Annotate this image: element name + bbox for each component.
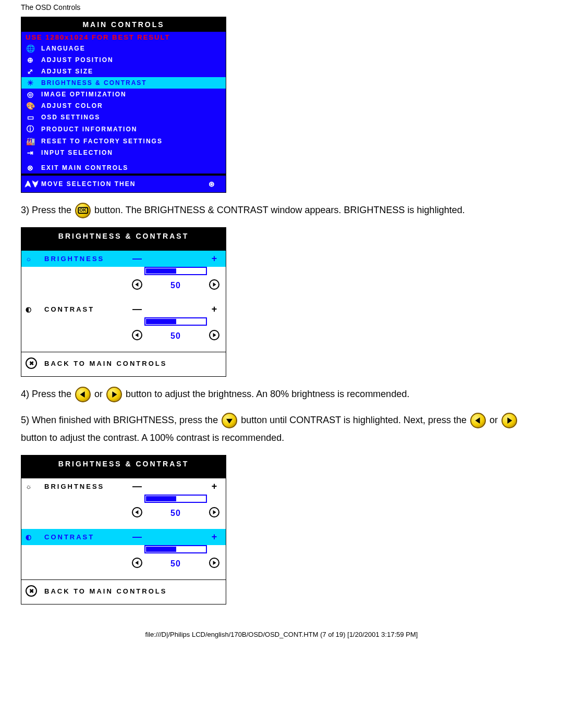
osd-item-adjust-position[interactable]: ⊕ADJUST POSITION: [21, 54, 226, 66]
contrast-icon: ◐: [26, 305, 44, 313]
right-arrow-icon: [209, 330, 219, 340]
left-arrow-icon: [132, 558, 142, 568]
contrast-icon: ◐: [26, 533, 44, 541]
osd-item-language[interactable]: 🌐LANGUAGE: [21, 43, 226, 54]
osd-item-adjust-size[interactable]: ⤢ADJUST SIZE: [21, 66, 226, 77]
plus-icon: +: [207, 532, 222, 542]
globe-icon: 🌐: [25, 44, 36, 53]
osd-item-factory-reset[interactable]: 🏭RESET TO FACTORY SETTINGS: [21, 135, 226, 147]
exit-icon: ⊗: [25, 164, 36, 172]
minus-icon: —: [130, 304, 144, 315]
bc-brightness-row[interactable]: ☼ BRIGHTNESS — +: [21, 478, 226, 495]
contrast-value: 50: [144, 559, 207, 569]
contrast-bar: [144, 545, 207, 553]
step-5: 5) When finished with BRIGHTNESS, press …: [21, 411, 542, 447]
ok-button-icon: [75, 203, 91, 218]
osd-item-adjust-color[interactable]: 🎨ADJUST COLOR: [21, 100, 226, 112]
osd-item-label: RESET TO FACTORY SETTINGS: [41, 138, 163, 145]
brightness-label: BRIGHTNESS: [44, 483, 130, 490]
osd-item-label: BRIGHTNESS & CONTRAST: [41, 79, 147, 87]
plus-icon: +: [207, 481, 222, 492]
brightness-value: 50: [144, 281, 207, 290]
contrast-label: CONTRAST: [44, 305, 130, 313]
updown-icon: ⮝⮟: [25, 180, 36, 188]
position-icon: ⊕: [25, 56, 36, 64]
osd-item-label: OSD SETTINGS: [41, 114, 100, 121]
sun-icon: ☼: [26, 483, 44, 490]
osd-item-label: ADJUST COLOR: [41, 102, 103, 109]
right-button-icon: [501, 413, 517, 428]
bc-back-row[interactable]: ✖ BACK TO MAIN CONTROLS: [21, 352, 226, 376]
down-button-icon: [222, 413, 237, 428]
back-icon: ✖: [26, 357, 37, 369]
contrast-value: 50: [144, 331, 207, 341]
osd-title: MAIN CONTROLS: [21, 17, 226, 32]
back-label: BACK TO MAIN CONTROLS: [44, 587, 167, 595]
back-icon: ✖: [26, 585, 37, 597]
osd-item-label: PRODUCT INFORMATION: [41, 126, 137, 133]
bc-panel-brightness-selected: BRIGHTNESS & CONTRAST ☼ BRIGHTNESS — + 5…: [21, 227, 226, 377]
osd-item-brightness-contrast[interactable]: ☀BRIGHTNESS & CONTRAST: [21, 77, 226, 89]
ok-icon: ⊛: [206, 180, 217, 188]
osd-item-label: LANGUAGE: [41, 45, 85, 52]
left-button-icon: [75, 387, 91, 402]
right-button-icon: [106, 387, 122, 402]
info-icon: ⓘ: [25, 125, 36, 134]
page-footer: file:///D|/Philips LCD/english/170B/OSD/…: [21, 631, 542, 638]
osd-item-osd-settings[interactable]: ▭OSD SETTINGS: [21, 112, 226, 123]
right-arrow-icon: [209, 279, 219, 290]
osd-item-label: ADJUST POSITION: [41, 56, 114, 64]
target-icon: ◎: [25, 90, 36, 98]
osd-item-product-info[interactable]: ⓘPRODUCT INFORMATION: [21, 123, 226, 135]
bc-contrast-row[interactable]: ◐ CONTRAST — +: [21, 529, 226, 545]
osd-item-label: INPUT SELECTION: [41, 149, 113, 156]
plus-icon: +: [207, 253, 222, 264]
palette-icon: 🎨: [25, 102, 36, 110]
osd-item-input-selection[interactable]: ⇥INPUT SELECTION: [21, 147, 226, 158]
osd-item-label: ADJUST SIZE: [41, 68, 93, 75]
brightness-label: BRIGHTNESS: [44, 255, 130, 263]
factory-icon: 🏭: [25, 137, 36, 145]
osd-footer-text: MOVE SELECTION THEN: [41, 180, 136, 188]
brightness-bar: [144, 495, 207, 503]
step-3: 3) Press the button. The BRIGHTNESS & CO…: [21, 201, 542, 219]
osd-resolution-hint: USE 1280x1024 FOR BEST RESULT: [21, 32, 226, 43]
sun-icon: ☼: [26, 255, 44, 263]
osd-item-image-optimization[interactable]: ◎IMAGE OPTIMIZATION: [21, 89, 226, 100]
bc-title: BRIGHTNESS & CONTRAST: [21, 455, 226, 478]
bc-contrast-row[interactable]: ◐ CONTRAST — +: [21, 301, 226, 317]
left-button-icon: [470, 413, 486, 428]
osd-main-panel: MAIN CONTROLS USE 1280x1024 FOR BEST RES…: [21, 17, 226, 193]
osd-item-label: EXIT MAIN CONTROLS: [41, 164, 128, 171]
minus-icon: —: [130, 481, 144, 492]
window-icon: ▭: [25, 113, 36, 121]
left-arrow-icon: [132, 507, 142, 517]
bc-brightness-row[interactable]: ☼ BRIGHTNESS — +: [21, 251, 226, 267]
input-icon: ⇥: [25, 149, 36, 157]
sun-icon: ☀: [25, 79, 36, 87]
minus-icon: —: [130, 532, 144, 542]
page-header: The OSD Controls: [21, 3, 542, 11]
osd-footer: ⮝⮟ MOVE SELECTION THEN ⊛: [21, 174, 226, 192]
bc-title: BRIGHTNESS & CONTRAST: [21, 228, 226, 251]
osd-item-label: IMAGE OPTIMIZATION: [41, 91, 127, 98]
contrast-bar: [144, 317, 207, 326]
bc-panel-contrast-selected: BRIGHTNESS & CONTRAST ☼ BRIGHTNESS — + 5…: [21, 455, 226, 604]
step-4: 4) Press the or button to adjust the bri…: [21, 385, 542, 403]
brightness-bar: [144, 267, 207, 275]
brightness-value: 50: [144, 509, 207, 518]
minus-icon: —: [130, 253, 144, 264]
contrast-label: CONTRAST: [44, 533, 130, 541]
right-arrow-icon: [209, 507, 219, 517]
bc-back-row[interactable]: ✖ BACK TO MAIN CONTROLS: [21, 579, 226, 604]
plus-icon: +: [207, 304, 222, 315]
size-icon: ⤢: [25, 67, 36, 76]
osd-item-exit[interactable]: ⊗EXIT MAIN CONTROLS: [21, 158, 226, 174]
left-arrow-icon: [132, 279, 142, 290]
back-label: BACK TO MAIN CONTROLS: [44, 360, 167, 367]
left-arrow-icon: [132, 330, 142, 340]
right-arrow-icon: [209, 558, 219, 568]
